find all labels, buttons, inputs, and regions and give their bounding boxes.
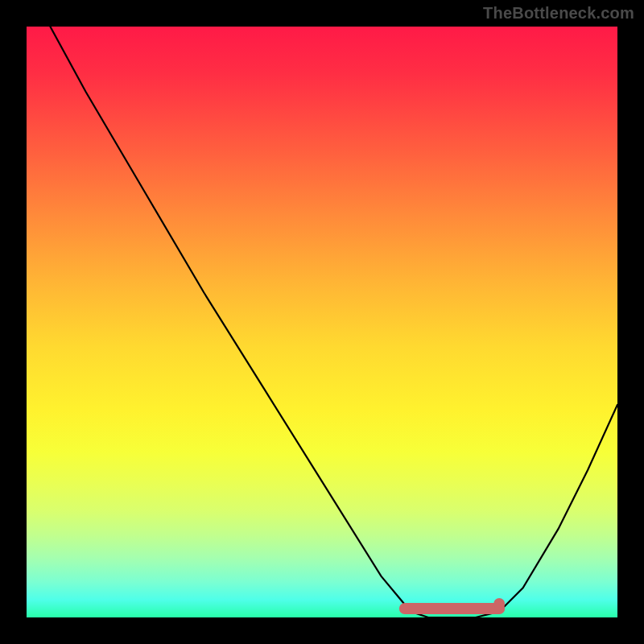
bottleneck-chart: TheBottleneck.com bbox=[0, 0, 644, 644]
watermark-text: TheBottleneck.com bbox=[483, 4, 634, 23]
highlight-end-dot bbox=[493, 598, 505, 609]
plot-area bbox=[27, 27, 617, 617]
curve-svg bbox=[27, 27, 617, 617]
bottleneck-curve-path bbox=[50, 27, 617, 617]
